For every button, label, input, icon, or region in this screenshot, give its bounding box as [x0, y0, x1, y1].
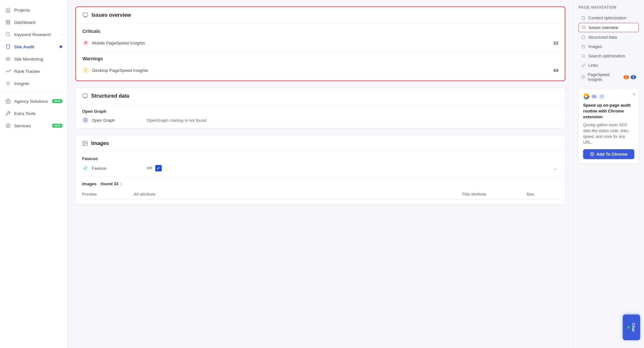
content-opt-icon	[581, 16, 586, 20]
images-table-section: Images (found 33) Preview Alt attribute …	[76, 177, 565, 204]
sidebar-item-rank-tracker[interactable]: Rank Tracker	[0, 65, 67, 77]
lightbulb-icon	[5, 81, 11, 86]
links-nav-icon	[581, 63, 586, 68]
promo-close-button[interactable]: ×	[633, 92, 636, 97]
col-preview: Preview	[82, 192, 134, 197]
svg-rect-1	[8, 20, 10, 22]
nav-label-content-optimization: Content optimization	[588, 15, 627, 20]
promo-browser-icons: ⌨ ☑	[583, 93, 634, 100]
ok-status-icon: ✓	[82, 165, 89, 171]
open-graph-value: OpenGraph markup is not found	[147, 118, 559, 123]
svg-rect-0	[6, 20, 8, 22]
chat-button[interactable]: Chat	[623, 314, 640, 340]
nav-label-search-optimization: Search optimization	[588, 53, 625, 58]
issues-overview-title: Issues overview	[91, 12, 131, 18]
sidebar-item-services[interactable]: Services NEW	[0, 120, 67, 132]
sidebar-item-dashboard[interactable]: Dashboard	[0, 16, 67, 28]
issues-section-icon	[82, 12, 88, 18]
images-table-header: Preview Alt attribute Title attribute Si…	[82, 189, 559, 199]
svg-point-6	[7, 58, 9, 60]
structured-nav-icon	[581, 35, 586, 40]
svg-rect-21	[83, 94, 88, 97]
svg-line-10	[6, 82, 7, 82]
bookmark-icon: ☑	[599, 93, 605, 100]
sidebar-item-agency-solutions[interactable]: Agency Solutions NEW	[0, 95, 67, 107]
svg-rect-28	[582, 45, 585, 48]
main-content: Issues overview Criticals ✕ Mobile PageS…	[68, 0, 573, 348]
svg-rect-27	[582, 36, 585, 39]
sidebar-divider	[0, 92, 67, 92]
structured-data-title: Structured data	[91, 93, 129, 99]
sidebar-label-insights: Insights	[14, 81, 62, 86]
col-size: Size	[526, 192, 559, 197]
nav-item-structured-data[interactable]: Structured data	[579, 33, 639, 42]
svg-point-7	[7, 82, 9, 85]
info-status-icon: ⓘ	[82, 117, 89, 123]
nav-item-search-optimization[interactable]: Search optimization	[579, 52, 639, 60]
grid-icon	[5, 19, 11, 25]
nav-label-pagespeed-insights: PageSpeed Insights	[588, 72, 621, 82]
chrome-btn-icon	[590, 152, 594, 156]
agency-new-badge: NEW	[52, 99, 62, 103]
svg-rect-18	[83, 13, 88, 16]
svg-point-40	[590, 152, 594, 156]
issues-divider	[82, 52, 558, 52]
warning-issue-row[interactable]: ! Desktop PageSpeed Insights 63	[82, 65, 558, 75]
pagespeed-nav-icon	[581, 75, 585, 79]
sidebar-item-keyword-research[interactable]: Keyword Research ›	[0, 28, 67, 41]
favicon-expand-button[interactable]: ⌄	[552, 164, 559, 172]
search-opt-icon	[581, 54, 586, 58]
promo-title: Speed up on-page audit routine with Chro…	[583, 102, 634, 120]
mobile-pagespeed-label: Mobile PageSpeed Insights	[92, 41, 550, 45]
search-icon	[5, 32, 11, 37]
svg-point-4	[6, 33, 10, 36]
critical-issue-row[interactable]: ✕ Mobile PageSpeed Insights 22	[82, 38, 558, 48]
svg-line-15	[9, 82, 10, 82]
nav-item-links[interactable]: Links	[579, 61, 639, 70]
favicon-row[interactable]: ✓ Favicon set ✓ ⌄	[82, 164, 559, 172]
col-alt: Alt attribute	[134, 192, 462, 197]
pagespeed-badge-blue: 1	[630, 75, 636, 79]
services-new-badge: NEW	[52, 124, 62, 128]
images-nav-icon	[581, 44, 586, 49]
sidebar-label-site-monitoring: Site Monitoring	[14, 57, 62, 62]
trending-up-icon	[5, 68, 11, 74]
nav-item-images[interactable]: Images	[579, 42, 639, 51]
cursor-icon: ⌨	[591, 93, 597, 100]
sidebar-item-extra-tools[interactable]: Extra Tools	[0, 107, 67, 120]
sidebar-label-keyword-research: Keyword Research	[14, 32, 58, 37]
eye-icon	[5, 56, 11, 62]
sidebar-label-rank-tracker: Rank Tracker	[14, 69, 62, 74]
layers-icon	[5, 123, 11, 129]
mobile-pagespeed-count: 22	[553, 41, 558, 45]
site-audit-badge	[60, 45, 62, 48]
main-wrapper: Issues overview Criticals ✕ Mobile PageS…	[68, 0, 644, 348]
promo-description: Quickly gather basic SEO data like statu…	[583, 122, 634, 145]
open-graph-row[interactable]: ⓘ Open Graph OpenGraph markup is not fou…	[82, 117, 559, 123]
sidebar-item-site-monitoring[interactable]: Site Monitoring	[0, 53, 67, 65]
sidebar-label-dashboard: Dashboard	[14, 20, 62, 25]
warn-status-icon: !	[82, 67, 89, 73]
sidebar-item-insights[interactable]: Insights	[0, 77, 67, 90]
svg-point-25	[84, 142, 84, 143]
nav-item-content-optimization[interactable]: Content optimization	[579, 14, 639, 22]
svg-rect-16	[6, 100, 10, 103]
sidebar-item-projects[interactable]: Projects	[0, 4, 67, 16]
nav-item-issues-overview[interactable]: Issues overview	[579, 23, 639, 32]
favicon-subsection: Favicon ✓ Favicon set ✓ ⌄	[76, 152, 565, 177]
home-icon	[5, 7, 11, 13]
pagespeed-badge-orange: 1	[623, 75, 629, 79]
sidebar: Projects Dashboard Keyword Research › Si…	[0, 0, 68, 348]
add-to-chrome-button[interactable]: Add To Chrome	[583, 149, 634, 159]
svg-line-11	[9, 85, 10, 85]
nav-item-pagespeed-insights[interactable]: PageSpeed Insights 1 1	[579, 70, 639, 84]
sidebar-label-agency-solutions: Agency Solutions	[14, 99, 49, 104]
svg-point-29	[583, 46, 583, 46]
svg-line-5	[9, 35, 10, 36]
warnings-title: Warnings	[82, 56, 558, 61]
nav-label-links: Links	[588, 63, 598, 68]
svg-point-41	[591, 153, 593, 155]
favicon-check-icon: ✓	[155, 165, 162, 171]
svg-line-14	[6, 85, 7, 85]
sidebar-item-site-audit[interactable]: Site Audit	[0, 41, 67, 53]
